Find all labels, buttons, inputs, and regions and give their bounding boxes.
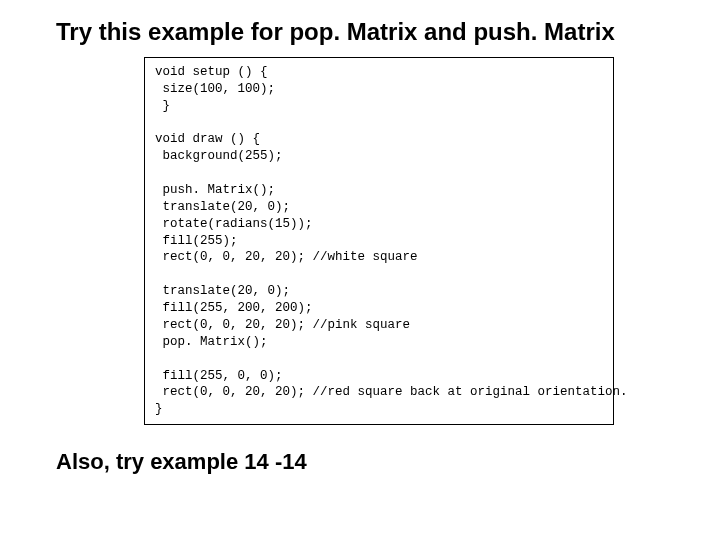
slide-title: Try this example for pop. Matrix and pus…	[56, 18, 664, 47]
code-example: void setup () { size(100, 100); } void d…	[155, 64, 603, 418]
code-example-box: void setup () { size(100, 100); } void d…	[144, 57, 614, 425]
slide: Try this example for pop. Matrix and pus…	[0, 0, 720, 540]
slide-footnote: Also, try example 14 -14	[56, 449, 664, 475]
